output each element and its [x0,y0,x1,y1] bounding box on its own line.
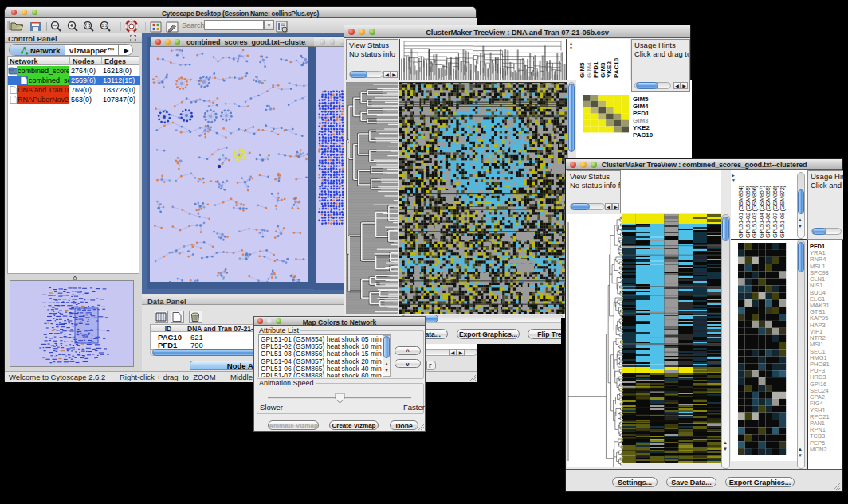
svg-text:1:1: 1:1 [102,23,108,28]
